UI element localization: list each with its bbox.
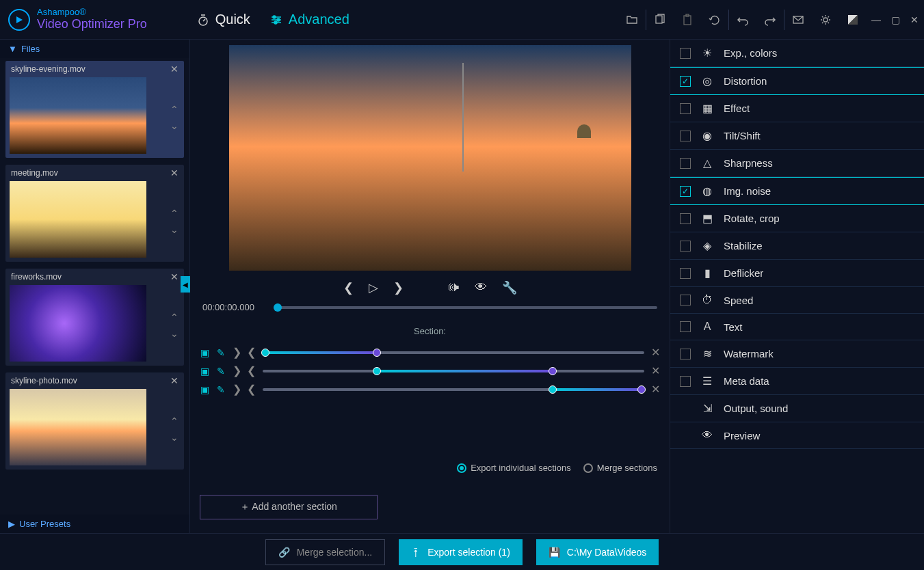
close-icon[interactable]: ✕ xyxy=(170,375,179,386)
file-item[interactable]: skyline-evening.mov✕ ⌃⌄ xyxy=(5,61,184,158)
close-icon[interactable]: ✕ xyxy=(170,167,179,178)
tool-label: Preview xyxy=(724,430,760,442)
save-icon: 💾 xyxy=(549,547,560,558)
move-down-icon[interactable]: ⌄ xyxy=(170,432,179,443)
undo-icon[interactable] xyxy=(729,0,756,40)
play-icon[interactable]: ▷ xyxy=(369,280,378,295)
tool-meta-data[interactable]: ☰Meta data xyxy=(670,368,924,395)
move-down-icon[interactable]: ⌄ xyxy=(170,120,179,131)
edit-icon[interactable]: ✎ xyxy=(216,366,226,377)
tool-tilt-shift[interactable]: ◉Tilt/Shift xyxy=(670,122,924,150)
chevron-left-icon[interactable]: ❮ xyxy=(247,346,256,359)
tool-effect[interactable]: ▦Effect xyxy=(670,95,924,122)
checkbox[interactable] xyxy=(680,321,691,332)
tool-output-sound[interactable]: ⇲Output, sound xyxy=(670,395,924,422)
edit-icon[interactable]: ✎ xyxy=(216,384,226,395)
contrast-icon[interactable] xyxy=(839,0,867,40)
mode-advanced[interactable]: Advanced xyxy=(269,12,349,27)
tool-sharpness[interactable]: △Sharpness xyxy=(670,150,924,177)
tool-speed[interactable]: ⏱Speed xyxy=(670,287,924,314)
export-individual-radio[interactable]: Export individual sections xyxy=(457,463,571,473)
tool-stabilize[interactable]: ◈Stabilize xyxy=(670,232,924,260)
chevron-left-icon[interactable]: ❮ xyxy=(247,383,256,396)
tool-rotate-crop[interactable]: ⬒Rotate, crop xyxy=(670,205,924,232)
timeline-track[interactable] xyxy=(274,306,657,309)
delete-section-icon[interactable]: ✕ xyxy=(651,346,660,359)
minimize-button[interactable]: — xyxy=(867,0,886,40)
move-down-icon[interactable]: ⌄ xyxy=(170,224,179,235)
maximize-button[interactable]: ▢ xyxy=(886,0,905,40)
chevron-right-icon[interactable]: ❯ xyxy=(233,364,241,377)
close-button[interactable]: ✕ xyxy=(905,0,924,40)
move-up-icon[interactable]: ⌃ xyxy=(170,416,179,426)
volume-icon[interactable]: 🕪 xyxy=(447,280,460,295)
close-icon[interactable]: ✕ xyxy=(170,64,179,74)
checkbox[interactable] xyxy=(680,186,691,197)
folder-icon[interactable] xyxy=(618,0,646,40)
prev-frame-icon[interactable]: ❮ xyxy=(343,280,354,295)
move-up-icon[interactable]: ⌃ xyxy=(170,104,179,115)
playhead[interactable] xyxy=(274,303,282,312)
section-track[interactable] xyxy=(263,351,644,354)
checkbox[interactable] xyxy=(680,103,691,114)
move-up-icon[interactable]: ⌃ xyxy=(170,312,179,323)
wrench-icon[interactable]: 🔧 xyxy=(502,280,517,295)
gear-icon[interactable] xyxy=(812,0,839,40)
delete-section-icon[interactable]: ✕ xyxy=(651,383,660,396)
checkbox[interactable] xyxy=(680,158,691,169)
tool-icon: ☀ xyxy=(700,46,714,59)
section-select-icon[interactable]: ▣ xyxy=(200,347,209,358)
output-path-button[interactable]: 💾C:\My Data\Videos xyxy=(536,539,659,565)
clipboard-icon[interactable] xyxy=(674,0,701,40)
section-track[interactable] xyxy=(263,388,644,391)
merge-selection-button[interactable]: 🔗Merge selection... xyxy=(265,539,386,565)
chevron-right-icon[interactable]: ❯ xyxy=(233,346,241,359)
tool-exp-colors[interactable]: ☀Exp., colors xyxy=(670,40,924,67)
section-select-icon[interactable]: ▣ xyxy=(200,384,209,395)
eye-icon[interactable]: 👁 xyxy=(475,280,487,295)
next-frame-icon[interactable]: ❯ xyxy=(393,280,404,295)
checkbox[interactable] xyxy=(680,76,691,87)
export-selection-button[interactable]: ⭱Export selection (1) xyxy=(399,539,523,565)
checkbox[interactable] xyxy=(680,349,691,359)
section-track[interactable] xyxy=(263,370,644,372)
move-down-icon[interactable]: ⌄ xyxy=(170,328,179,339)
file-item[interactable]: skyline-photo.mov✕ ⌃⌄ xyxy=(5,372,184,470)
tool-deflicker[interactable]: ▮Deflicker xyxy=(670,260,924,287)
mode-quick[interactable]: Quick xyxy=(196,12,250,27)
checkbox[interactable] xyxy=(680,213,691,224)
file-item[interactable]: meeting.mov✕ ⌃⌄ xyxy=(5,165,184,262)
chevron-right-icon[interactable]: ❯ xyxy=(233,383,241,396)
mail-icon[interactable] xyxy=(784,0,812,40)
add-section-button[interactable]: ＋ Add another section xyxy=(200,495,378,519)
tool-img-noise[interactable]: ◍Img. noise xyxy=(670,177,924,205)
checkbox[interactable] xyxy=(680,131,691,141)
checkbox[interactable] xyxy=(680,241,691,252)
titlebar: Ashampoo® Video Optimizer Pro Quick Adva… xyxy=(0,0,924,40)
section-select-icon[interactable]: ▣ xyxy=(200,366,209,377)
files-header[interactable]: ▼ Files xyxy=(0,40,189,58)
checkbox[interactable] xyxy=(680,268,691,279)
tool-watermark[interactable]: ≋Watermark xyxy=(670,340,924,368)
refresh-icon[interactable] xyxy=(701,0,728,40)
redo-icon[interactable] xyxy=(756,0,784,40)
tool-distortion[interactable]: ◎Distortion xyxy=(670,67,924,95)
delete-section-icon[interactable]: ✕ xyxy=(651,364,660,377)
copy-icon[interactable] xyxy=(646,0,674,40)
presets-header[interactable]: ▶ User Presets xyxy=(0,515,189,533)
move-up-icon[interactable]: ⌃ xyxy=(170,208,179,219)
tool-preview[interactable]: 👁Preview xyxy=(670,422,924,449)
merge-sections-radio[interactable]: Merge sections xyxy=(583,463,657,473)
checkbox[interactable] xyxy=(680,295,691,306)
tool-label: Exp., colors xyxy=(724,47,777,59)
chevron-left-icon[interactable]: ❮ xyxy=(247,364,256,377)
tool-label: Output, sound xyxy=(724,403,788,414)
edit-icon[interactable]: ✎ xyxy=(216,347,226,358)
tool-text[interactable]: AText xyxy=(670,314,924,340)
tool-label: Stabilize xyxy=(724,240,763,252)
checkbox[interactable] xyxy=(680,48,691,59)
collapse-sidebar-icon[interactable]: ◀ xyxy=(181,276,190,293)
file-item[interactable]: fireworks.mov✕ ⌃⌄ xyxy=(5,269,184,366)
checkbox[interactable] xyxy=(680,376,691,387)
close-icon[interactable]: ✕ xyxy=(170,271,179,282)
